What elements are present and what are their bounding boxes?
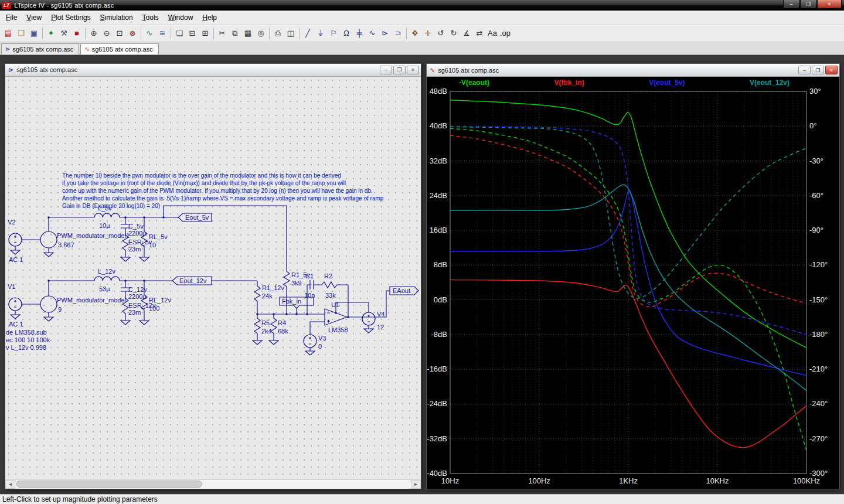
voltage-source-v2[interactable] [9, 233, 22, 246]
control-panel-icon[interactable]: ⚒ [57, 26, 70, 40]
resistor-icon[interactable]: Ω [340, 26, 353, 40]
toolbar-separator [42, 28, 43, 39]
schematic-close-button[interactable]: × [407, 66, 419, 74]
ground-icon [269, 340, 278, 345]
component-icon[interactable]: ⊃ [392, 26, 404, 40]
plot-window-title: sg6105 atx comp.asc [438, 67, 499, 74]
plot-settings-icon[interactable]: ≋ [156, 26, 169, 40]
voltage-source-v4[interactable] [362, 312, 375, 325]
schematic-canvas[interactable]: The number 10 beside the pwn modulator i… [5, 77, 421, 479]
menu-item-tools[interactable]: Tools [138, 11, 164, 24]
voltage-source-v1[interactable] [9, 298, 22, 311]
schematic-content[interactable]: The number 10 beside the pwn modulator i… [5, 77, 421, 479]
print-icon[interactable]: ⎙ [271, 26, 284, 40]
bode-plot-svg[interactable]: 10Hz100Hz1KHz10KHz100KHz48dB30°40dB0°32d… [427, 88, 839, 489]
plot-minimize-button[interactable]: – [798, 66, 811, 74]
legend-item[interactable]: V(eout_5v) [649, 79, 685, 87]
plot-window-titlebar[interactable]: ∿ sg6105 atx comp.asc – ❐ × [427, 64, 839, 77]
pwm-modulator-2[interactable] [40, 296, 57, 312]
menu-item-help[interactable]: Help [198, 11, 222, 24]
tile-horizontal-icon[interactable]: ⊟ [186, 26, 199, 40]
rotate-icon[interactable]: ∡ [460, 26, 473, 40]
legend-item[interactable]: V(eout_12v) [750, 79, 789, 87]
capacitor-icon[interactable]: ╪ [353, 26, 366, 40]
resistor-r1-12v[interactable] [254, 285, 260, 302]
copy-icon[interactable]: ⧉ [229, 26, 241, 40]
move-icon[interactable]: ✥ [409, 26, 421, 40]
schematic-window-titlebar[interactable]: ⊳ sg6105 atx comp.asc – ❐ × [5, 64, 421, 77]
plot-window[interactable]: ∿ sg6105 atx comp.asc – ❐ × -V(eaout)V(f… [426, 63, 840, 489]
horizontal-scrollbar[interactable]: ◄ ► [5, 479, 421, 489]
legend-item[interactable]: -V(eaout) [459, 79, 489, 87]
plot-content[interactable]: -V(eaout)V(fbk_in)V(eout_5v)V(eout_12v) … [427, 77, 839, 489]
label-net-icon[interactable]: ⚐ [327, 26, 340, 40]
pwm-modulator-1[interactable] [40, 231, 57, 248]
resistor-r2[interactable] [321, 282, 338, 288]
autorange-icon[interactable]: ∿ [143, 26, 156, 40]
scrollbar-thumb[interactable] [16, 481, 202, 488]
x-tick-label: 10KHz [706, 476, 729, 485]
inductor-l12v[interactable] [94, 277, 120, 281]
schematic-maximize-button[interactable]: ❐ [393, 66, 406, 74]
close-button[interactable]: × [817, 0, 842, 9]
tab-2[interactable]: ∿sg6105 atx comp.asc [80, 43, 158, 55]
component-label: R5 [261, 319, 270, 326]
component-label: R2 [324, 273, 332, 280]
resistor-r5[interactable] [254, 317, 260, 335]
tile-vertical-icon[interactable]: ⊞ [199, 26, 212, 40]
scroll-left-icon[interactable]: ◄ [5, 480, 15, 489]
redo-icon[interactable]: ↻ [447, 26, 460, 40]
wire-icon[interactable]: ╱ [301, 26, 314, 40]
component-label: RL_5v [149, 233, 168, 240]
menu-item-simulation[interactable]: Simulation [96, 11, 138, 24]
ground-icon[interactable]: ⏚ [314, 26, 327, 40]
plot-close-button[interactable]: × [825, 66, 838, 74]
spice-directive-icon[interactable]: .op [499, 26, 512, 40]
new-schematic-icon[interactable]: ▤ [2, 26, 15, 40]
halt-icon[interactable]: ■ [70, 26, 83, 40]
zoom-in-icon[interactable]: ⊕ [87, 26, 100, 40]
run-icon[interactable]: ✦ [45, 26, 57, 40]
resistor-r1-5v[interactable] [284, 270, 290, 288]
inductor-l5v[interactable] [94, 213, 120, 217]
main-titlebar[interactable]: LT LTspice IV - sg6105 atx comp.asc – ❐ … [0, 0, 844, 11]
menu-item-window[interactable]: Window [164, 11, 198, 24]
plot-maximize-button[interactable]: ❐ [812, 66, 824, 74]
scroll-right-icon[interactable]: ► [411, 480, 421, 489]
menu-item-view[interactable]: View [22, 11, 46, 24]
menu-item-plot-settings[interactable]: Plot Settings [46, 11, 95, 24]
legend-item[interactable]: V(fbk_in) [554, 79, 584, 87]
text-icon[interactable]: Aa [486, 26, 499, 40]
voltage-source-v3[interactable] [304, 335, 316, 348]
zoom-full-icon[interactable]: ⊗ [126, 26, 139, 40]
print-preview-icon[interactable]: ◫ [284, 26, 297, 40]
component-label: 23m [128, 246, 141, 253]
annotation-line: The number 10 beside the pwn modulator i… [62, 172, 341, 179]
menu-item-file[interactable]: File [1, 11, 22, 24]
diode-icon[interactable]: ⊳ [379, 26, 392, 40]
component-label: V3 [318, 335, 326, 342]
component-label: 33k [325, 292, 336, 299]
maximize-button[interactable]: ❐ [800, 0, 816, 9]
schematic-minimize-button[interactable]: – [380, 66, 392, 74]
open-icon[interactable]: ❒ [15, 26, 28, 40]
paste-icon[interactable]: ▦ [241, 26, 254, 40]
minimize-button[interactable]: – [783, 0, 799, 9]
save-icon[interactable]: ▣ [28, 26, 40, 40]
zoom-area-icon[interactable]: ⊡ [113, 26, 126, 40]
cascade-windows-icon[interactable]: ❏ [173, 26, 186, 40]
ltspice-logo-icon: LT [2, 2, 11, 9]
scrollbar-track[interactable] [15, 480, 411, 489]
inductor-icon[interactable]: ∿ [366, 26, 379, 40]
drag-icon[interactable]: ✛ [421, 26, 434, 40]
tab-1[interactable]: ⊳sg6105 atx comp.asc [1, 43, 79, 55]
find-icon[interactable]: ◎ [254, 26, 267, 40]
y-tick-deg: -300° [809, 469, 828, 478]
y-tick-deg: -30° [809, 156, 823, 165]
cut-icon[interactable]: ✂ [216, 26, 229, 40]
mirror-icon[interactable]: ⇄ [473, 26, 486, 40]
undo-icon[interactable]: ↺ [434, 26, 447, 40]
zoom-back-icon[interactable]: ⊖ [100, 26, 113, 40]
schematic-window[interactable]: ⊳ sg6105 atx comp.asc – ❐ × The number 1… [5, 63, 421, 489]
mdi-area: ⊳ sg6105 atx comp.asc – ❐ × The number 1… [0, 55, 844, 494]
